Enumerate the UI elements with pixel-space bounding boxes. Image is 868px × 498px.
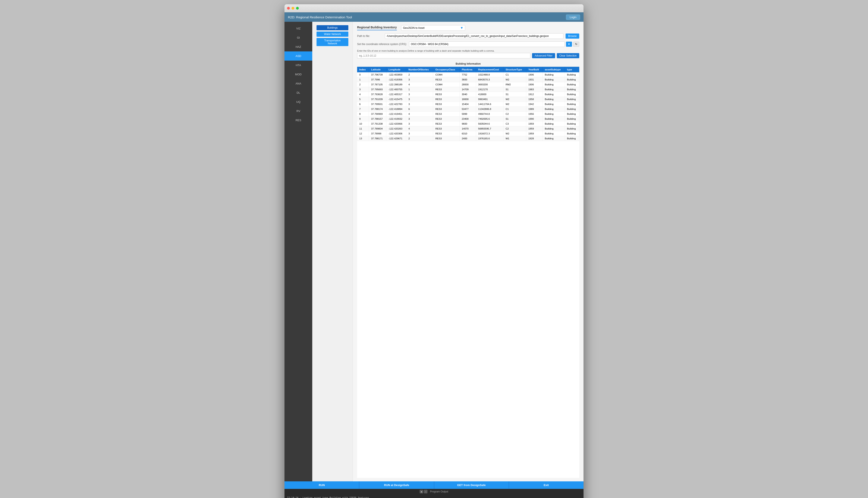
- sidebar-item-ana[interactable]: ANA: [284, 79, 312, 88]
- table-cell: Building: [542, 82, 565, 87]
- advanced-filter-button[interactable]: Advanced Filter: [532, 53, 555, 58]
- sidebar-item-uq[interactable]: UQ: [284, 97, 312, 106]
- table-cell: C2: [503, 112, 526, 117]
- table-cell: 6310: [459, 131, 476, 136]
- table-row[interactable]: 237.787105-122.3981894COM4280003693200RM…: [357, 82, 579, 87]
- table-cell: Building: [565, 107, 579, 112]
- table-cell: 37.793628: [369, 92, 386, 97]
- get-designsafe-button[interactable]: GET from DesignSafe: [434, 481, 509, 489]
- table-cell: Building: [542, 136, 565, 141]
- sidebar-item-gi[interactable]: GI: [284, 33, 312, 42]
- table-body: 037.796739-122.4038592COM477521022488.8C…: [357, 72, 579, 141]
- crs-input[interactable]: [409, 41, 565, 47]
- output-bar: ■ ○ Program Output: [284, 489, 584, 494]
- table-cell: 2400: [459, 136, 476, 141]
- table-cell: 3: [357, 87, 369, 92]
- sidebar-item-hta[interactable]: HTA: [284, 61, 312, 70]
- sidebar-item-viz[interactable]: VIZ: [284, 24, 312, 33]
- table-row[interactable]: 637.799501-122.4227833RES31540414411704.…: [357, 102, 579, 107]
- output-stop-button[interactable]: ■: [420, 490, 423, 493]
- sidebar-item-rv[interactable]: RV: [284, 106, 312, 116]
- run-button[interactable]: RUN: [284, 481, 359, 489]
- table-cell: 1956: [526, 112, 542, 117]
- output-refresh-button[interactable]: ○: [424, 490, 427, 493]
- table-row[interactable]: 137.7996-122.4193563RES336006843570.3W21…: [357, 77, 579, 82]
- table-cell: COM4: [433, 72, 459, 77]
- table-row[interactable]: 1037.791338-122.4200663RES396005605044.6…: [357, 121, 579, 126]
- table-cell: 9: [357, 117, 369, 121]
- table-cell: Building: [565, 82, 579, 87]
- table-cell: 28000: [459, 82, 476, 87]
- clear-selection-button[interactable]: Clear Selection: [557, 53, 579, 58]
- table-cell: 37.790969: [369, 112, 386, 117]
- col-structuretype: StructureType: [503, 67, 526, 72]
- path-input[interactable]: [385, 33, 563, 39]
- table-cell: 1928: [526, 136, 542, 141]
- exit-button[interactable]: Exit: [509, 481, 584, 489]
- table-cell: 1912170: [476, 87, 503, 92]
- table-row[interactable]: 1137.789834-122.4202634RES31407056855595…: [357, 126, 579, 131]
- table-cell: RES3: [433, 107, 459, 112]
- sidebar-item-asd[interactable]: ASD: [284, 51, 312, 61]
- table-cell: COM4: [433, 82, 459, 87]
- filter-input[interactable]: [357, 53, 530, 58]
- app-header: R2D: Regional Resilience Determination T…: [284, 12, 584, 22]
- close-button[interactable]: [287, 7, 290, 10]
- table-cell: 13: [357, 136, 369, 141]
- table-cell: 23400: [459, 117, 476, 121]
- browse-button[interactable]: Browse: [565, 34, 579, 39]
- table-row[interactable]: 737.788174-122.4188946RES35347711342806.…: [357, 107, 579, 112]
- table-row[interactable]: 337.795693-122.4007551RES3147091912170S1…: [357, 87, 579, 92]
- maximize-button[interactable]: [296, 7, 299, 10]
- crs-refresh-button[interactable]: ↻: [573, 42, 579, 47]
- crs-row: Set the coordinate reference system (CRS…: [357, 41, 579, 47]
- table-cell: Building: [542, 107, 565, 112]
- table-cell: 1989: [526, 107, 542, 112]
- table-cell: -122.418894: [386, 107, 406, 112]
- sidebar-item-dl[interactable]: DL: [284, 88, 312, 97]
- table-cell: 37.788157: [369, 117, 386, 121]
- sidebar-item-haz[interactable]: HAZ: [284, 42, 312, 51]
- table-cell: 18000: [459, 97, 476, 102]
- filter-row: Advanced Filter Clear Selection: [357, 53, 579, 58]
- table-cell: -122.403859: [386, 72, 406, 77]
- table-row[interactable]: 1337.788171-122.4296712RES324001976165.6…: [357, 136, 579, 141]
- asset-tab-transportation-network[interactable]: Transportation Network: [317, 38, 348, 46]
- table-cell: 1022488.8: [476, 72, 503, 77]
- asset-tab-water-network[interactable]: Water Network: [317, 31, 348, 37]
- table-cell: Building: [565, 126, 579, 131]
- sidebar-item-mod[interactable]: MOD: [284, 70, 312, 79]
- table-row[interactable]: 937.788157-122.4190323RES3234007492005.6…: [357, 117, 579, 121]
- minimize-button[interactable]: [292, 7, 294, 10]
- crs-dropdown-button[interactable]: ▼: [566, 42, 572, 47]
- table-cell: 4: [406, 112, 433, 117]
- table-cell: 4: [357, 92, 369, 97]
- table-cell: W2: [503, 77, 526, 82]
- table-row[interactable]: 837.790969-122.4194514RES359994960744.8C…: [357, 112, 579, 117]
- table-cell: Building: [542, 121, 565, 126]
- table-cell: S1: [503, 87, 526, 92]
- table-row[interactable]: 037.796739-122.4038592COM477521022488.8C…: [357, 72, 579, 77]
- table-cell: 3: [406, 97, 433, 102]
- table-cell: 1959: [526, 131, 542, 136]
- table-row[interactable]: 437.793628-122.4053173RES33040418000S119…: [357, 92, 579, 97]
- table-cell: 37.799501: [369, 102, 386, 107]
- run-designsafe-button[interactable]: RUN at DesignSafe: [359, 481, 434, 489]
- table-row[interactable]: 537.791039-122.4154753RES3180009963491W2…: [357, 97, 579, 102]
- asset-tab-buildings[interactable]: Buildings: [317, 25, 348, 30]
- table-cell: RES3: [433, 131, 459, 136]
- login-button[interactable]: Login: [566, 14, 580, 20]
- format-dropdown[interactable]: GeoJSON to Asset: [401, 25, 465, 31]
- table-cell: 37.787105: [369, 82, 386, 87]
- table-cell: -122.420263: [386, 126, 406, 131]
- table-cell: 1959: [526, 126, 542, 131]
- table-cell: 1958: [526, 97, 542, 102]
- table-cell: 14411704.6: [476, 102, 503, 107]
- sidebar-item-res[interactable]: RES: [284, 116, 312, 125]
- table-cell: RES3: [433, 92, 459, 97]
- table-cell: 37.788171: [369, 136, 386, 141]
- table-row[interactable]: 1237.78998-122.4203063RES363101916072.3W…: [357, 131, 579, 136]
- col-replacementcost: ReplacementCost: [476, 67, 503, 72]
- table-cell: RES3: [433, 102, 459, 107]
- table-header: IndexLatitudeLongitudeNumberOfStoriesOcc…: [357, 67, 579, 72]
